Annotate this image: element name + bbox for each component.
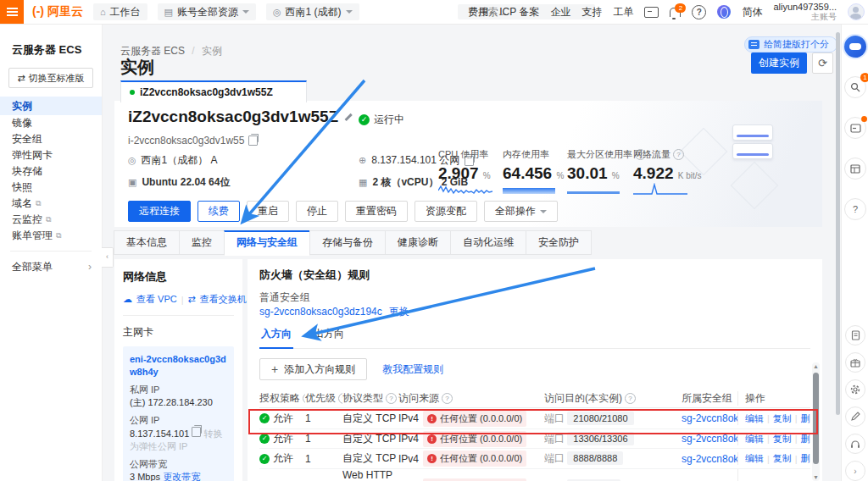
collapse-rail-button[interactable]: › [845, 461, 865, 481]
tab-basic-info[interactable]: 基本信息 [114, 230, 180, 255]
hamburger-menu-icon[interactable] [0, 0, 24, 24]
help-icon[interactable]: ? [625, 393, 636, 404]
copy-rule-link[interactable]: 复制 [773, 452, 792, 465]
rule-row: ✓允许 1 Web HTTP 流量访问TCP:80/80 IPv4 !任何位置 … [259, 469, 810, 481]
console-icon[interactable] [644, 7, 659, 18]
sidebar-item-enis[interactable]: 弹性网卡 [0, 147, 102, 163]
topbar-link-ticket[interactable]: 工单 [613, 5, 633, 19]
ai-assistant-icon[interactable] [844, 36, 866, 58]
aliyun-logo[interactable]: (-) 阿里云 [32, 4, 83, 19]
support-headset-button[interactable] [845, 434, 865, 454]
sidebar-item-security-groups[interactable]: 安全组 [0, 131, 102, 147]
sidebar-item-domains[interactable]: 域名⧉ [0, 196, 102, 212]
edit-rule-link[interactable]: 编辑 [745, 452, 764, 465]
rate-simple-version-badge[interactable]: 给简捷版打个分 [744, 36, 837, 53]
delete-rule-link[interactable]: 删除 [801, 433, 810, 445]
announcement-button[interactable] [844, 117, 866, 139]
topbar-link-enterprise[interactable]: 企业 [550, 5, 570, 19]
tab-health-diagnosis[interactable]: 健康诊断 [385, 230, 451, 255]
reset-password-button[interactable]: 重置密码 [345, 201, 408, 222]
help-tool-button[interactable]: ? [844, 198, 866, 220]
network-info-panel: 网络信息 ☁ 查看 VPC | ⇄ 查看交换机 主网卡 eni-2vccn8ok… [114, 259, 242, 481]
sidebar-collapse-handle[interactable]: ‹ [102, 247, 114, 268]
configure-guide-link[interactable]: 教我配置规则 [382, 362, 443, 377]
table-scrollbar[interactable]: ▲ ▼ [812, 362, 820, 481]
sidebar-item-instances[interactable]: 实例 [0, 97, 102, 115]
workbench-button[interactable]: ⌂ 工作台 [93, 3, 147, 20]
account-resources-dropdown[interactable]: ▤ 账号全部资源 [158, 3, 256, 20]
gift-button[interactable] [845, 352, 865, 373]
search-tool-button[interactable]: 1 [844, 76, 866, 98]
delete-rule-link[interactable]: 删除 [801, 412, 810, 425]
globe-icon: ⊕ [359, 155, 366, 166]
scroll-up-icon[interactable]: ▲ [812, 363, 820, 369]
delete-rule-link[interactable]: 删除 [801, 452, 810, 465]
copy-icon[interactable] [192, 427, 201, 437]
instance-tab[interactable]: iZ2vccn8oksac0g3dv1w55Z [120, 80, 307, 102]
sidebar-item-block-storage[interactable]: 块存储 [0, 163, 102, 180]
change-bandwidth-link[interactable]: 更改带宽 [163, 472, 200, 481]
tab-inbound[interactable]: 入方向 [259, 323, 293, 349]
sg-link[interactable]: sg-2vccn8oksac0g [682, 433, 737, 445]
account-info[interactable]: aliyun497359... 主账号 [773, 3, 837, 21]
topbar-link-icp[interactable]: ICP 备案 [499, 5, 539, 19]
page-scrollbar[interactable] [836, 25, 840, 479]
topbar-link-billing[interactable]: 费用 [468, 5, 488, 19]
sidebar-item-images[interactable]: 镜像 [0, 115, 102, 131]
stop-button[interactable]: 停止 [296, 201, 338, 222]
tab-network-security[interactable]: 网络与安全组 [224, 230, 310, 256]
tab-monitoring[interactable]: 监控 [179, 230, 225, 255]
restart-button[interactable]: 重启 [247, 201, 289, 222]
sidebar-item-snapshots[interactable]: 快照 [0, 180, 102, 196]
settings-gear-button[interactable] [845, 379, 865, 400]
switch-version-button[interactable]: ⇄ 切换至标准版 [8, 68, 93, 88]
help-icon[interactable]: ? [692, 5, 706, 19]
change-group-link[interactable]: 更换 [389, 305, 409, 319]
help-icon[interactable]: ? [442, 393, 453, 404]
list-tool-button[interactable] [844, 158, 866, 180]
scrollbar-thumb[interactable] [836, 32, 840, 415]
help-icon[interactable]: ? [386, 393, 397, 404]
view-vswitch-link[interactable]: 查看交换机 [200, 293, 247, 306]
tab-automation-ops[interactable]: 自动化运维 [450, 230, 526, 255]
edit-rule-link[interactable]: 编辑 [745, 433, 764, 445]
renew-button[interactable]: 续费 [198, 201, 240, 222]
sg-link[interactable]: sg-2vccn8oksac0g [682, 412, 737, 424]
sidebar-item-billing[interactable]: 账单管理⧉ [0, 228, 102, 244]
rule-row-highlighted: ✓允许 1 自定义 TCP IPv4 !任何位置 (0.0.0.0/0) 端口 … [259, 449, 810, 469]
all-operations-button[interactable]: 全部操作 [484, 201, 558, 222]
network-sparkline [633, 183, 687, 196]
tab-outbound[interactable]: 出方向 [312, 323, 346, 348]
sg-link[interactable]: sg-2vccn8oksac0g [682, 453, 737, 465]
nic-id-link[interactable]: eni-2vccn8oksac0g3dw8h4y [130, 353, 227, 379]
help-icon[interactable]: ? [673, 149, 684, 160]
remote-connect-button[interactable]: 远程连接 [128, 201, 191, 222]
sidebar-item-cloudmonitor[interactable]: 云监控⧉ [0, 212, 102, 228]
topbar-link-support[interactable]: 支持 [581, 5, 602, 19]
copy-icon[interactable] [248, 135, 258, 146]
language-globe-icon[interactable] [717, 5, 731, 19]
create-instance-button[interactable]: 创建实例 [751, 53, 807, 74]
scrollbar-thumb[interactable] [813, 373, 819, 464]
breadcrumb-root[interactable]: 云服务器 ECS [120, 45, 185, 57]
tab-storage-backup[interactable]: 存储与备份 [309, 230, 386, 255]
copy-rule-link[interactable]: 复制 [773, 412, 792, 425]
avatar[interactable] [848, 3, 865, 20]
partition-bar [567, 191, 620, 194]
security-group-id-link[interactable]: sg-2vccn8oksac0g3dz194c [259, 305, 382, 319]
sidebar-all-menu[interactable]: 全部菜单 › [0, 258, 102, 275]
edit-rule-link[interactable]: 编辑 [745, 412, 764, 425]
edit-name-icon[interactable] [343, 113, 353, 122]
copy-rule-link[interactable]: 复制 [773, 433, 792, 445]
notification-bell-icon[interactable]: 2 [670, 8, 681, 17]
view-vpc-link[interactable]: 查看 VPC [136, 293, 177, 306]
resource-change-button[interactable]: 资源变配 [415, 201, 477, 222]
feedback-pencil-button[interactable] [845, 406, 865, 427]
scroll-down-icon[interactable]: ▼ [812, 474, 820, 480]
language-switch[interactable]: 简体 [742, 5, 762, 19]
docs-button[interactable] [845, 325, 865, 346]
tab-security-protection[interactable]: 安全防护 [526, 230, 592, 255]
region-dropdown[interactable]: ◎ 西南1 (成都) [266, 3, 359, 20]
refresh-button[interactable]: ⟳ [812, 53, 833, 74]
add-inbound-rule-button[interactable]: + 添加入方向规则 [259, 358, 367, 380]
